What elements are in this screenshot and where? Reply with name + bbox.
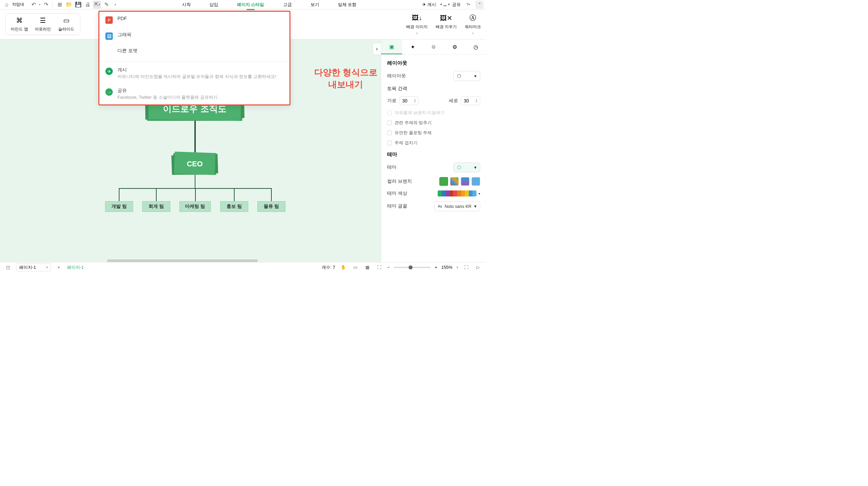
branch-swatch-2[interactable]	[450, 177, 459, 186]
main-tabs: 시작 삽입 페이지 스타일 고급 보기 일체 포함	[118, 0, 421, 9]
cb-overlap[interactable]: 주제 겹치기	[387, 140, 480, 146]
slide-icon: ▭	[63, 17, 70, 24]
panel-tab-history[interactable]: ◷	[465, 39, 486, 54]
team-node[interactable]: 홍보 팀	[220, 201, 248, 212]
bg-clear-button[interactable]: 🖼✕ 배경 지우기	[436, 14, 457, 35]
gear-icon: ⚙	[453, 44, 457, 50]
export-publish[interactable]: ✈ 게시 커뮤니티에 마인드맵을 게시하여 글로벌 유저들과 함께 지식과 정보…	[99, 63, 289, 84]
font-select[interactable]: AaNoto sans KR▾	[434, 201, 480, 211]
team-node[interactable]: 개발 팀	[105, 201, 133, 212]
page-select[interactable]: 페이지-1▾	[16, 264, 51, 271]
layout-label: 레이아웃	[387, 73, 406, 79]
panel-toggle-icon[interactable]: ◫	[4, 264, 12, 271]
add-page-button[interactable]: +	[55, 264, 63, 271]
share-button[interactable]: ⚬⚊⚬공유	[439, 2, 461, 8]
watermark-button[interactable]: Ⓐ 워터마크 ▾	[465, 14, 481, 35]
zoom-out[interactable]: −	[388, 265, 390, 270]
image-icon: 🖼	[105, 32, 113, 40]
tab-page-style[interactable]: 페이지 스타일	[234, 0, 267, 9]
color-branch-label: 컬러 브랜치	[387, 178, 412, 184]
vert-label: 세로	[449, 98, 458, 104]
hand-icon[interactable]: ✋	[339, 264, 347, 271]
export-graphic[interactable]: 🖼 그래픽	[99, 28, 289, 44]
view-1-icon[interactable]: ▭	[351, 264, 360, 271]
theme-preview-icon: ⬡	[457, 165, 461, 170]
zoom-slider[interactable]	[394, 267, 431, 268]
export-other[interactable]: 다른 포맷	[99, 44, 289, 60]
save-icon[interactable]: 💾	[74, 1, 82, 9]
pdf-icon: P	[105, 17, 113, 24]
page-tab[interactable]: 페이지-1	[67, 265, 84, 270]
theme-color-label: 테마 색상	[387, 190, 407, 196]
cb-free-branch: 자유롭게 브랜치 이동하기	[387, 110, 480, 116]
view-2-icon[interactable]: ▦	[363, 264, 371, 271]
team-node[interactable]: 마케팅 팀	[179, 201, 211, 212]
zoom-label[interactable]: 155%	[441, 265, 453, 270]
tab-insert[interactable]: 삽입	[207, 0, 221, 9]
layout-tab-icon: ▣	[389, 43, 394, 50]
export-dropdown: P PDF 🖼 그래픽 다른 포맷 ✈ 게시 커뮤니티에 마인드맵을 게시하여 …	[98, 11, 290, 105]
panel-collapse-button[interactable]: ›	[373, 43, 381, 55]
collapse-ribbon-icon[interactable]: ⌃	[475, 1, 484, 9]
cb-flex[interactable]: 유연한 플로팅 주제	[387, 130, 480, 136]
slide-view-button[interactable]: ▭ 슬라이드	[57, 17, 76, 32]
tab-all[interactable]: 일체 포함	[335, 0, 360, 9]
ceo-node[interactable]: CEO	[173, 153, 216, 175]
theme-font-label: 테마 글꼴	[387, 203, 407, 209]
branch-swatch-4[interactable]	[471, 177, 480, 186]
outline-icon: ☰	[40, 17, 46, 24]
tab-start[interactable]: 시작	[179, 0, 193, 9]
export-share[interactable]: → 공유 Facebook, Twitter 등 소셜미디어 플랫폼에 공유하기…	[99, 84, 289, 104]
publish-icon: ✈	[105, 68, 113, 75]
outline-view-button[interactable]: ☰ 아웃라인	[33, 17, 53, 32]
mindmap-icon: ⌘	[16, 17, 23, 24]
horiz-label: 가로	[387, 98, 397, 104]
share-icon: ⚬⚊⚬	[439, 2, 451, 7]
tab-advanced[interactable]: 고급	[280, 0, 294, 9]
zoom-in[interactable]: +	[435, 265, 437, 270]
present-icon[interactable]: ▷	[474, 264, 482, 271]
send-icon: ✈	[422, 2, 426, 7]
color-more[interactable]: ▾	[478, 192, 480, 195]
smile-icon: ☺	[431, 44, 436, 50]
bg-image-button[interactable]: 🖼↓ 배경 이미지 ▾	[406, 14, 427, 35]
tab-view[interactable]: 보기	[308, 0, 322, 9]
panel-tab-emoji[interactable]: ☺	[423, 39, 444, 54]
open-icon[interactable]: 📁	[65, 1, 73, 9]
cb-align[interactable]: 관련 주제와 맞추기	[387, 120, 480, 126]
export-pdf[interactable]: P PDF	[99, 12, 289, 28]
image-clear-icon: 🖼✕	[440, 14, 453, 22]
print-icon[interactable]: 🖨	[84, 1, 92, 9]
theme-section-title: 테마	[387, 151, 480, 158]
theme-select[interactable]: ⬡▾	[454, 162, 480, 172]
branch-swatch-3[interactable]	[461, 177, 469, 186]
right-panel: ▣ ✦ ☺ ⚙ ◷ 레이아웃 레이아웃 ⬡▾ 토픽 간격 가로 ▴▾ 세로 ▴▾	[381, 39, 486, 262]
panel-tab-layout[interactable]: ▣	[381, 39, 402, 54]
team-node[interactable]: 회계 팀	[142, 201, 170, 212]
horiz-input[interactable]: ▴▾	[399, 96, 418, 105]
undo-icon[interactable]: ↶	[29, 1, 37, 9]
panel-tab-settings[interactable]: ⚙	[444, 39, 465, 54]
color-palette[interactable]	[438, 190, 476, 196]
home-icon[interactable]: ⌂	[3, 1, 11, 9]
fit-icon[interactable]: ⛶	[375, 264, 383, 271]
layout-section-title: 레이아웃	[387, 60, 480, 66]
workspace-label[interactable]: 작업대	[12, 2, 24, 7]
image-down-icon: 🖼↓	[412, 14, 422, 22]
export-icon[interactable]: ⇱▾	[93, 1, 101, 9]
horizontal-scrollbar[interactable]	[107, 260, 258, 262]
panel-tab-style[interactable]: ✦	[402, 39, 423, 54]
sparkle-icon: ✦	[410, 44, 415, 50]
clock-icon: ◷	[473, 44, 478, 50]
branch-swatch-1[interactable]	[439, 177, 448, 186]
vert-input[interactable]: ▴▾	[461, 96, 480, 105]
redo-icon[interactable]: ↷	[42, 1, 50, 9]
publish-button[interactable]: ✈게시	[422, 2, 436, 8]
layout-select[interactable]: ⬡▾	[454, 71, 480, 81]
team-node[interactable]: 물류 팀	[257, 201, 285, 212]
edit-icon[interactable]: ✎	[102, 1, 111, 9]
fullscreen-icon[interactable]: ⛶	[462, 264, 470, 271]
help-icon[interactable]: ?▾	[464, 1, 472, 9]
new-icon[interactable]: ⊞	[56, 1, 64, 9]
mindmap-view-button[interactable]: ⌘ 마인드 맵	[10, 17, 29, 32]
